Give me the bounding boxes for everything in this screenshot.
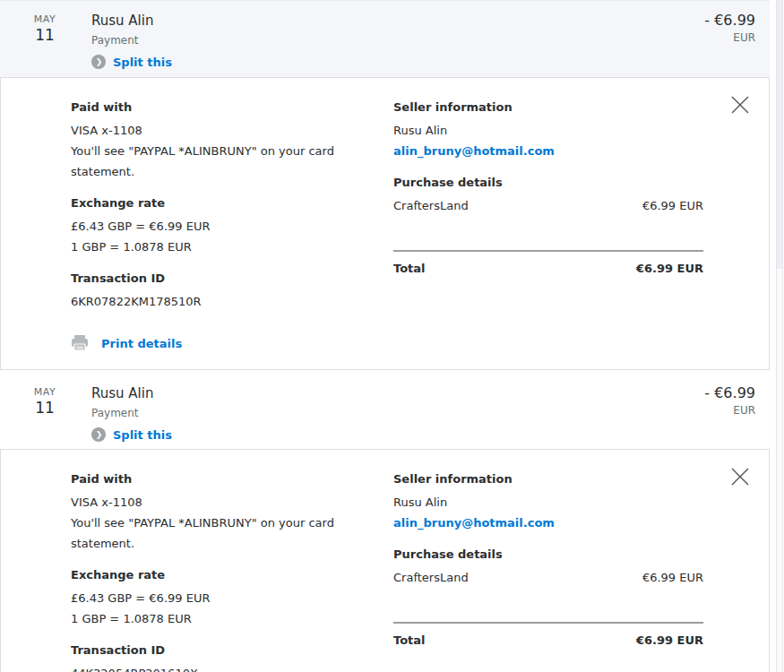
vertical-scrollbar[interactable] bbox=[776, 0, 783, 672]
chevron-right-circle-icon: ❯ bbox=[91, 427, 106, 442]
purchase-amount: €6.99 EUR bbox=[642, 567, 703, 588]
total-divider bbox=[393, 250, 703, 252]
exchange-rate-heading: Exchange rate bbox=[71, 567, 393, 583]
transaction-date: MAY 11 bbox=[22, 384, 68, 442]
split-this-label: Split this bbox=[113, 428, 172, 442]
paid-with-heading: Paid with bbox=[71, 99, 393, 116]
transaction-date-month: MAY bbox=[22, 13, 68, 25]
exchange-rate-line1: £6.43 GBP = €6.99 EUR bbox=[71, 588, 393, 608]
close-icon bbox=[730, 467, 750, 487]
transaction-type: Payment bbox=[91, 407, 630, 419]
exchange-rate-heading: Exchange rate bbox=[71, 195, 393, 211]
purchase-item: CraftersLand bbox=[393, 567, 469, 588]
split-this-link[interactable]: ❯ Split this bbox=[91, 427, 630, 442]
printer-icon bbox=[71, 335, 89, 351]
transaction-row[interactable]: MAY 11 Rusu Alin Payment ❯ Split this - … bbox=[0, 370, 770, 449]
transaction-details-card: Paid with VISA x-1108 You'll see "PAYPAL… bbox=[0, 449, 770, 672]
transaction-counterparty: Rusu Alin bbox=[91, 13, 630, 29]
transaction-id-heading: Transaction ID bbox=[71, 271, 393, 287]
transaction-amount-block: - €6.99 EUR bbox=[630, 384, 755, 442]
paid-with-card: VISA x-1108 bbox=[71, 120, 393, 141]
paid-with-card: VISA x-1108 bbox=[71, 492, 393, 513]
seller-information-heading: Seller information bbox=[393, 471, 703, 487]
total-amount: €6.99 EUR bbox=[636, 262, 703, 275]
split-this-label: Split this bbox=[113, 56, 172, 69]
transaction-date-day: 11 bbox=[22, 399, 68, 417]
transaction-currency: EUR bbox=[630, 404, 755, 417]
print-details-link[interactable]: Print details bbox=[71, 335, 393, 351]
exchange-rate-line2: 1 GBP = 1.0878 EUR bbox=[71, 608, 393, 629]
exchange-rate-line1: £6.43 GBP = €6.99 EUR bbox=[71, 216, 393, 237]
seller-name: Rusu Alin bbox=[393, 492, 703, 513]
total-divider bbox=[393, 622, 703, 624]
seller-email-link[interactable]: alin_bruny@hotmail.com bbox=[393, 513, 703, 533]
seller-information-heading: Seller information bbox=[393, 99, 703, 116]
transaction-row[interactable]: MAY 11 Rusu Alin Payment ❯ Split this - … bbox=[0, 0, 770, 77]
purchase-details-heading: Purchase details bbox=[393, 175, 703, 191]
purchase-item: CraftersLand bbox=[393, 195, 469, 216]
transaction-id-heading: Transaction ID bbox=[71, 642, 393, 659]
print-details-label: Print details bbox=[101, 337, 182, 350]
close-icon bbox=[730, 95, 750, 115]
transaction-type: Payment bbox=[91, 34, 630, 47]
exchange-rate-line2: 1 GBP = 1.0878 EUR bbox=[71, 237, 393, 257]
seller-email-link[interactable]: alin_bruny@hotmail.com bbox=[393, 141, 703, 161]
statement-note: You'll see "PAYPAL *ALINBRUNY" on your c… bbox=[71, 141, 393, 182]
total-amount: €6.99 EUR bbox=[636, 633, 703, 647]
transactions-page: MAY 11 Rusu Alin Payment ❯ Split this - … bbox=[0, 0, 784, 672]
transaction-amount: - €6.99 bbox=[630, 384, 755, 401]
transaction-date: MAY 11 bbox=[22, 12, 68, 70]
transaction-amount: - €6.99 bbox=[630, 12, 755, 29]
chevron-right-circle-icon: ❯ bbox=[91, 55, 106, 69]
statement-note: You'll see "PAYPAL *ALINBRUNY" on your c… bbox=[71, 513, 393, 554]
transaction-details-card: Paid with VISA x-1108 You'll see "PAYPAL… bbox=[0, 77, 770, 370]
transaction-counterparty: Rusu Alin bbox=[91, 385, 630, 401]
close-details-button[interactable] bbox=[729, 94, 751, 116]
purchase-details-heading: Purchase details bbox=[393, 547, 703, 563]
scrollbar-thumb[interactable] bbox=[777, 0, 782, 269]
transaction-currency: EUR bbox=[630, 31, 755, 44]
transaction-amount-block: - €6.99 EUR bbox=[630, 12, 755, 70]
transaction-date-day: 11 bbox=[22, 26, 68, 44]
transaction-date-month: MAY bbox=[22, 386, 68, 398]
purchase-amount: €6.99 EUR bbox=[642, 195, 703, 216]
split-this-link[interactable]: ❯ Split this bbox=[91, 55, 630, 69]
transaction-id-value: 44K32054RP201610X bbox=[71, 663, 393, 672]
transactions-list: MAY 11 Rusu Alin Payment ❯ Split this - … bbox=[0, 0, 770, 672]
seller-name: Rusu Alin bbox=[393, 120, 703, 141]
total-label: Total bbox=[393, 633, 426, 647]
transaction-id-value: 6KR07822KM178510R bbox=[71, 291, 393, 312]
paid-with-heading: Paid with bbox=[71, 471, 393, 487]
total-label: Total bbox=[393, 262, 426, 275]
close-details-button[interactable] bbox=[729, 466, 751, 487]
